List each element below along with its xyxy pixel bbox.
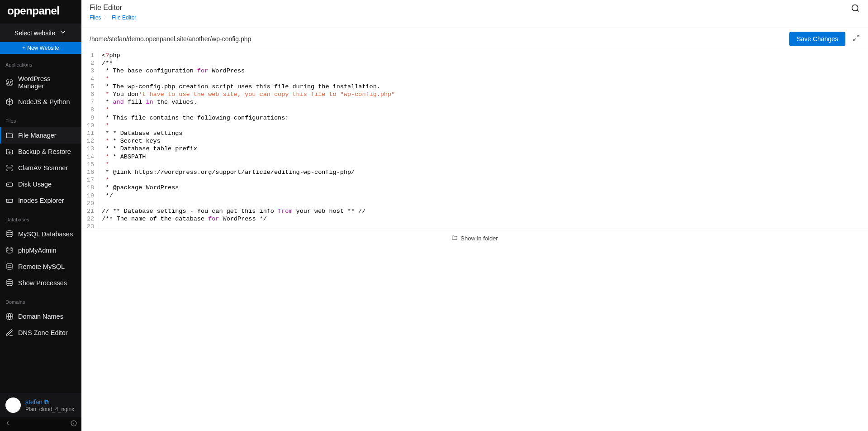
- sidebar-item-label: WordPress Manager: [18, 75, 76, 90]
- code-line[interactable]: [99, 223, 868, 229]
- expand-icon[interactable]: [853, 34, 860, 43]
- sidebar-item-label: phpMyAdmin: [18, 247, 57, 254]
- breadcrumb-separator-icon: 〉: [104, 14, 109, 21]
- code-editor[interactable]: 1234567891011121314151617181920212223 <?…: [81, 50, 868, 229]
- code-line[interactable]: * and fill in the values.: [99, 98, 868, 106]
- drive-icon: [5, 180, 14, 188]
- code-line[interactable]: * The wp-config.php creation script uses…: [99, 83, 868, 91]
- sidebar-item-label: Domain Names: [18, 313, 63, 320]
- code-line[interactable]: * You don't have to use the web site, yo…: [99, 91, 868, 98]
- code-line[interactable]: *: [99, 176, 868, 184]
- header: File Editor Files 〉 File Editor: [81, 0, 868, 23]
- nav-section-title: Files: [0, 116, 81, 127]
- folder-in-icon: [5, 148, 14, 156]
- save-button[interactable]: Save Changes: [789, 32, 845, 46]
- edit-icon: [5, 329, 14, 337]
- svg-line-16: [857, 10, 859, 12]
- code-line[interactable]: /**: [99, 59, 868, 67]
- nav-section-title: Applications: [0, 60, 81, 71]
- app-logo: openpanel: [0, 0, 81, 24]
- svg-line-18: [854, 38, 856, 41]
- user-plan: Plan: cloud_4_nginx: [25, 406, 74, 412]
- avatar: ✳: [5, 397, 21, 413]
- database-icon: [5, 279, 14, 287]
- globe-icon: [5, 312, 14, 321]
- code-line[interactable]: * @package WordPress: [99, 184, 868, 192]
- svg-rect-2: [6, 183, 13, 187]
- svg-point-3: [8, 184, 9, 185]
- sidebar: openpanel Select website + New Website A…: [0, 0, 81, 431]
- show-in-folder-label: Show in folder: [460, 235, 498, 242]
- code-line[interactable]: *: [99, 106, 868, 114]
- sidebar-item-backup-restore[interactable]: Backup & Restore: [0, 144, 81, 160]
- new-website-button[interactable]: + New Website: [0, 42, 81, 54]
- page-title: File Editor: [90, 4, 136, 12]
- user-name: stefan ⧉: [25, 398, 74, 406]
- code-line[interactable]: // ** Database settings - You can get th…: [99, 207, 868, 215]
- folder-icon: [451, 235, 458, 242]
- sidebar-item-label: ClamAV Scanner: [18, 164, 68, 172]
- cube-icon: [5, 98, 14, 106]
- code-line[interactable]: * * ABSPATH: [99, 153, 868, 161]
- sidebar-item-remote-mysql[interactable]: Remote MySQL: [0, 259, 81, 275]
- sidebar-item-label: Disk Usage: [18, 181, 52, 188]
- svg-point-6: [7, 231, 12, 233]
- editor-toolbar: /home/stefan/demo.openpanel.site/another…: [81, 28, 868, 50]
- sidebar-item-dns-zone[interactable]: DNS Zone Editor: [0, 325, 81, 341]
- code-line[interactable]: [99, 200, 868, 207]
- site-selector-label: Select website: [14, 29, 55, 37]
- collapse-sidebar-icon[interactable]: [5, 420, 11, 428]
- svg-point-5: [8, 201, 9, 201]
- sidebar-item-label: Show Processes: [18, 279, 67, 287]
- sidebar-item-clamav[interactable]: ClamAV Scanner: [0, 160, 81, 176]
- code-line[interactable]: <?php: [99, 52, 868, 59]
- nav: ApplicationsWordPress ManagerNodeJS & Py…: [0, 54, 81, 341]
- nav-section-title: Databases: [0, 215, 81, 226]
- code-area[interactable]: <?php/** * The base configuration for Wo…: [99, 50, 868, 229]
- breadcrumb-current[interactable]: File Editor: [112, 14, 136, 21]
- sidebar-item-label: MySQL Databases: [18, 230, 73, 238]
- sidebar-item-domains[interactable]: Domain Names: [0, 308, 81, 325]
- external-link-icon: ⧉: [44, 398, 49, 406]
- search-icon[interactable]: [851, 4, 860, 14]
- breadcrumb: Files 〉 File Editor: [90, 14, 136, 21]
- code-line[interactable]: * * Database table prefix: [99, 145, 868, 153]
- sidebar-item-file-manager[interactable]: File Manager: [0, 127, 81, 144]
- breadcrumb-root[interactable]: Files: [90, 14, 101, 21]
- scan-icon: [5, 164, 14, 172]
- svg-point-15: [852, 5, 858, 11]
- sidebar-item-processes[interactable]: Show Processes: [0, 275, 81, 291]
- code-line[interactable]: * @link https://wordpress.org/support/ar…: [99, 168, 868, 176]
- sidebar-item-node-python[interactable]: NodeJS & Python: [0, 94, 81, 110]
- line-gutter: 1234567891011121314151617181920212223: [81, 50, 99, 229]
- database-icon: [5, 246, 14, 254]
- sidebar-item-label: File Manager: [18, 132, 57, 139]
- code-line[interactable]: *: [99, 75, 868, 83]
- svg-line-17: [857, 35, 859, 38]
- info-icon[interactable]: [71, 420, 77, 428]
- code-line[interactable]: /** The name of the database for WordPre…: [99, 215, 868, 223]
- sidebar-item-label: Inodes Explorer: [18, 197, 64, 204]
- sidebar-item-label: NodeJS & Python: [18, 98, 70, 105]
- sidebar-item-inodes[interactable]: Inodes Explorer: [0, 192, 81, 209]
- sidebar-item-wp-manager[interactable]: WordPress Manager: [0, 71, 81, 94]
- code-line[interactable]: * This file contains the following confi…: [99, 114, 868, 122]
- sidebar-item-label: Remote MySQL: [18, 263, 65, 270]
- file-path: /home/stefan/demo.openpanel.site/another…: [90, 35, 251, 43]
- user-block[interactable]: ✳ stefan ⧉ Plan: cloud_4_nginx: [0, 393, 81, 417]
- site-selector[interactable]: Select website: [0, 24, 81, 42]
- code-line[interactable]: */: [99, 192, 868, 200]
- sidebar-item-mysql-db[interactable]: MySQL Databases: [0, 226, 81, 242]
- svg-point-7: [7, 247, 12, 249]
- code-line[interactable]: * The base configuration for WordPress: [99, 67, 868, 75]
- code-line[interactable]: * * Secret keys: [99, 137, 868, 145]
- code-line[interactable]: *: [99, 122, 868, 129]
- code-line[interactable]: *: [99, 161, 868, 168]
- code-line[interactable]: * * Database settings: [99, 129, 868, 137]
- sidebar-item-phpmyadmin[interactable]: phpMyAdmin: [0, 242, 81, 259]
- new-website-label: New Website: [27, 45, 59, 51]
- database-icon: [5, 230, 14, 238]
- svg-rect-4: [6, 199, 13, 203]
- sidebar-item-disk-usage[interactable]: Disk Usage: [0, 176, 81, 192]
- show-in-folder-button[interactable]: Show in folder: [81, 229, 868, 248]
